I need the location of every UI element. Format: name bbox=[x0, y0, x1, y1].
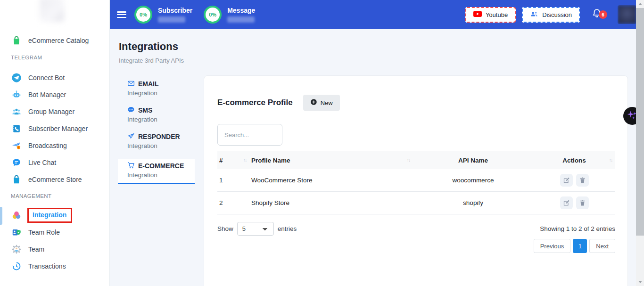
broadcast-plane-icon: 1 bbox=[11, 140, 22, 151]
delete-button[interactable] bbox=[576, 196, 589, 209]
subscriber-stat: 0% Subscriber bbox=[134, 6, 192, 24]
cell-actions bbox=[533, 192, 615, 214]
sort-icon[interactable]: ↑↓ bbox=[407, 158, 410, 163]
new-profile-button[interactable]: New bbox=[303, 95, 340, 111]
sidebar-item-bot-manager[interactable]: Bot Manager bbox=[0, 88, 109, 102]
subscriber-progress-ring: 0% bbox=[134, 6, 152, 24]
edit-button[interactable] bbox=[560, 196, 573, 209]
sidebar-item-transactions[interactable]: Transactions bbox=[0, 259, 109, 273]
notification-count-badge: 6 bbox=[599, 10, 607, 19]
sidebar-item-subscriber-manager[interactable]: Subscriber Manager bbox=[0, 122, 109, 136]
tab-responder-integration[interactable]: RESPONDER Integration bbox=[118, 133, 195, 150]
youtube-button[interactable]: Youtube bbox=[465, 7, 516, 23]
sidebar-item-label: eCommerce Store bbox=[28, 176, 82, 183]
entries-label: entries bbox=[278, 225, 297, 232]
table-row: 1 WooCommerce Store woocommerce bbox=[217, 169, 615, 192]
tab-title: E-COMMERCE bbox=[138, 162, 184, 170]
top-header: 0% Subscriber 0% Message Youtube Di bbox=[110, 0, 644, 29]
previous-page-button[interactable]: Previous bbox=[534, 239, 571, 253]
sidebar-item-team-role[interactable]: Team Role bbox=[0, 225, 109, 239]
page-title: Integrations bbox=[119, 41, 184, 53]
scrollbar-up-arrow[interactable] bbox=[636, 0, 644, 8]
subscriber-stat-label: Subscriber bbox=[158, 7, 192, 14]
table-footer: Show 5 entries Showing 1 to 2 of 2 entri… bbox=[217, 222, 615, 236]
message-count-blurred bbox=[227, 16, 255, 23]
page-1-button[interactable]: 1 bbox=[573, 239, 587, 253]
message-stat-label: Message bbox=[227, 7, 255, 14]
showing-entries-text: Showing 1 to 2 of 2 entries bbox=[540, 225, 615, 232]
contact-book-icon bbox=[11, 123, 22, 134]
sidebar-item-label: Integration bbox=[33, 211, 66, 219]
header-cell-actions: Actions ↑↓ bbox=[533, 151, 615, 169]
integration-subnav: EMAIL Integration SMS Integration RESPON… bbox=[118, 80, 195, 184]
sidebar-item-ecommerce-store[interactable]: eCommerce Store bbox=[0, 172, 109, 187]
new-button-label: New bbox=[321, 99, 333, 106]
edit-button[interactable] bbox=[560, 174, 573, 187]
delete-button[interactable] bbox=[576, 174, 589, 187]
show-label: Show bbox=[217, 225, 233, 232]
sidebar-item-integration[interactable]: Integration bbox=[0, 208, 109, 222]
tab-subtitle: Integration bbox=[127, 90, 195, 97]
tab-title: RESPONDER bbox=[138, 133, 180, 140]
sidebar-menu: eCommerce Catalog TELEGRAM Connect Bot B… bbox=[0, 0, 109, 273]
tab-sms-integration[interactable]: SMS Integration bbox=[118, 106, 195, 123]
sidebar-item-group-manager[interactable]: Group Manager bbox=[0, 105, 109, 119]
message-progress-ring: 0% bbox=[204, 6, 222, 24]
youtube-button-label: Youtube bbox=[486, 11, 508, 18]
youtube-icon bbox=[473, 11, 482, 18]
page-header: Integrations Integrate 3rd Party APIs bbox=[119, 41, 184, 64]
page-size-select[interactable]: 5 bbox=[237, 222, 274, 236]
next-page-button[interactable]: Next bbox=[589, 239, 615, 253]
header-cell-number[interactable]: # ↑↓ bbox=[217, 151, 249, 169]
discussion-button-label: Discussion bbox=[542, 11, 572, 18]
role-shield-icon bbox=[11, 227, 22, 237]
sidebar: eCommerce Catalog TELEGRAM Connect Bot B… bbox=[0, 0, 110, 286]
app-root: eCommerce Catalog TELEGRAM Connect Bot B… bbox=[0, 0, 644, 286]
cell-api-name: shopify bbox=[413, 192, 533, 214]
shopping-bag-green-icon bbox=[11, 35, 22, 46]
cell-number: 2 bbox=[217, 192, 249, 214]
message-stat: 0% Message bbox=[204, 6, 255, 24]
cell-number: 1 bbox=[217, 169, 249, 191]
app-logo-blurred bbox=[40, 0, 64, 22]
cell-profile-name: WooCommerce Store bbox=[249, 169, 413, 191]
subscriber-count-blurred bbox=[158, 16, 185, 23]
user-avatar[interactable] bbox=[618, 5, 636, 24]
telegram-plane-icon bbox=[11, 73, 22, 83]
users-group-icon bbox=[11, 106, 22, 117]
page-subtitle: Integrate 3rd Party APIs bbox=[119, 57, 184, 64]
chat-bubble-icon bbox=[11, 157, 22, 168]
header-cell-profile-name[interactable]: Profile Name ↑↓ bbox=[249, 151, 413, 169]
sidebar-item-connect-bot[interactable]: Connect Bot bbox=[0, 71, 109, 85]
tab-subtitle: Integration bbox=[127, 116, 195, 123]
panel-header: E-commerce Profile New bbox=[217, 95, 614, 111]
transactions-history-icon bbox=[11, 261, 22, 271]
robot-icon bbox=[11, 90, 22, 100]
sort-icon[interactable]: ↑↓ bbox=[609, 158, 612, 163]
search-input[interactable] bbox=[217, 124, 282, 146]
scrollbar-down-arrow[interactable] bbox=[636, 278, 644, 286]
notifications-button[interactable]: 6 bbox=[591, 8, 603, 22]
sidebar-item-label: Broadcasting bbox=[28, 142, 67, 149]
sidebar-section-management: MANAGEMENT bbox=[0, 193, 109, 200]
tab-email-integration[interactable]: EMAIL Integration bbox=[118, 80, 195, 97]
discussion-button[interactable]: Discussion bbox=[522, 7, 580, 23]
sidebar-item-ecommerce-catalog[interactable]: eCommerce Catalog bbox=[0, 33, 109, 48]
sidebar-item-label: Team bbox=[28, 245, 44, 253]
sidebar-item-team[interactable]: Team bbox=[0, 242, 109, 256]
hamburger-menu-icon[interactable] bbox=[117, 11, 126, 18]
cell-profile-name: Shopify Store bbox=[249, 192, 413, 214]
sidebar-item-live-chat[interactable]: Live Chat bbox=[0, 155, 109, 170]
cell-api-name: woocommerce bbox=[413, 169, 533, 191]
header-cell-api-name[interactable]: API Name bbox=[413, 151, 533, 169]
scrollbar-thumb[interactable] bbox=[636, 8, 644, 236]
tab-ecommerce-integration[interactable]: E-COMMERCE Integration bbox=[118, 159, 195, 184]
tab-title: SMS bbox=[138, 106, 152, 114]
email-icon bbox=[127, 80, 135, 89]
tab-subtitle: Integration bbox=[127, 172, 195, 179]
sidebar-item-broadcasting[interactable]: 1 Broadcasting bbox=[0, 139, 109, 153]
sort-icon[interactable]: ↑↓ bbox=[243, 158, 247, 163]
sidebar-item-label: Group Manager bbox=[28, 108, 74, 115]
sms-bubble-icon bbox=[127, 106, 135, 115]
sidebar-item-label: eCommerce Catalog bbox=[28, 37, 89, 44]
